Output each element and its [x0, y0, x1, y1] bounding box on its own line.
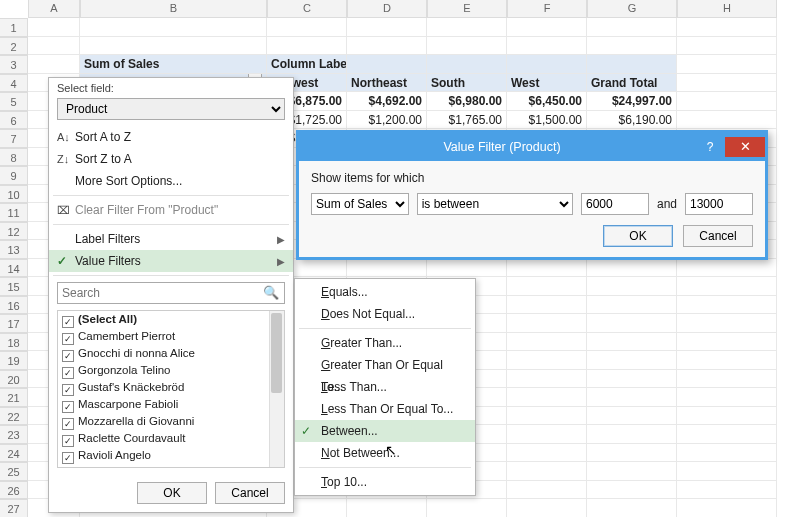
filter-value-2[interactable]: [685, 193, 753, 215]
checkbox-icon[interactable]: ✓: [62, 316, 74, 328]
row-header[interactable]: 8: [0, 148, 28, 167]
row-header[interactable]: 24: [0, 444, 28, 463]
cell[interactable]: $6,190.00: [587, 111, 677, 130]
cell[interactable]: [587, 18, 677, 37]
cell[interactable]: [347, 18, 427, 37]
cell[interactable]: [587, 481, 677, 500]
col-header[interactable]: E: [427, 0, 507, 18]
col-header[interactable]: B: [80, 0, 267, 18]
cell[interactable]: West: [507, 74, 587, 93]
cell[interactable]: [677, 37, 777, 56]
cell[interactable]: [427, 55, 507, 74]
filter-list-item[interactable]: ✓Singaporean Hokkien Fried Mee: [58, 464, 284, 468]
row-header[interactable]: 22: [0, 407, 28, 426]
cell[interactable]: [507, 388, 587, 407]
cell[interactable]: $4,692.00: [347, 92, 427, 111]
row-header[interactable]: 21: [0, 388, 28, 407]
cell[interactable]: [587, 37, 677, 56]
filter-list-item[interactable]: ✓Ravioli Angelo: [58, 447, 284, 464]
more-sort-options[interactable]: More Sort Options...: [49, 170, 293, 192]
row-header[interactable]: 27: [0, 499, 28, 517]
cell[interactable]: [677, 277, 777, 296]
cell[interactable]: [677, 111, 777, 130]
cell[interactable]: [677, 351, 777, 370]
cell[interactable]: [347, 259, 427, 278]
cell[interactable]: [677, 444, 777, 463]
filter-items-list[interactable]: ✓(Select All)✓Camembert Pierrot✓Gnocchi …: [57, 310, 285, 468]
cell[interactable]: [507, 296, 587, 315]
submenu-item[interactable]: ✓Between...: [295, 420, 475, 442]
row-header[interactable]: 6: [0, 111, 28, 130]
row-header[interactable]: 7: [0, 129, 28, 148]
cell[interactable]: $6,450.00: [507, 92, 587, 111]
col-header[interactable]: D: [347, 0, 427, 18]
checkbox-icon[interactable]: ✓: [62, 367, 74, 379]
filter-list-item[interactable]: ✓Gorgonzola Telino: [58, 362, 284, 379]
cell[interactable]: $1,500.00: [507, 111, 587, 130]
dialog-cancel-button[interactable]: Cancel: [683, 225, 753, 247]
cell[interactable]: [507, 259, 587, 278]
cell[interactable]: [587, 370, 677, 389]
cell[interactable]: [507, 499, 587, 517]
cell[interactable]: [507, 407, 587, 426]
checkbox-icon[interactable]: ✓: [62, 435, 74, 447]
row-header[interactable]: 16: [0, 296, 28, 315]
cell[interactable]: [507, 444, 587, 463]
filter-cancel-button[interactable]: Cancel: [215, 482, 285, 504]
checkbox-icon[interactable]: ✓: [62, 418, 74, 430]
submenu-item[interactable]: Top 10...: [295, 471, 475, 493]
row-header[interactable]: 5: [0, 92, 28, 111]
cell[interactable]: [507, 370, 587, 389]
cell[interactable]: [507, 333, 587, 352]
col-header[interactable]: C: [267, 0, 347, 18]
cell[interactable]: [80, 18, 267, 37]
cell[interactable]: [427, 37, 507, 56]
filter-value-1[interactable]: [581, 193, 649, 215]
cell[interactable]: $24,997.00: [587, 92, 677, 111]
close-button[interactable]: ✕: [725, 137, 765, 157]
cell[interactable]: [507, 37, 587, 56]
cell[interactable]: [677, 296, 777, 315]
cell[interactable]: [587, 333, 677, 352]
row-header[interactable]: 19: [0, 351, 28, 370]
cell[interactable]: [28, 18, 80, 37]
value-filters[interactable]: ✓Value Filters▶: [49, 250, 293, 272]
filter-list-item[interactable]: ✓Mascarpone Fabioli: [58, 396, 284, 413]
row-header[interactable]: 3: [0, 55, 28, 74]
cell[interactable]: [427, 18, 507, 37]
row-header[interactable]: 10: [0, 185, 28, 204]
checkbox-icon[interactable]: ✓: [62, 333, 74, 345]
cell[interactable]: [587, 407, 677, 426]
row-header[interactable]: 4: [0, 74, 28, 93]
cell[interactable]: [507, 314, 587, 333]
cell[interactable]: [427, 499, 507, 517]
cell[interactable]: [677, 370, 777, 389]
cell[interactable]: [267, 18, 347, 37]
submenu-item[interactable]: Does Not Equal...: [295, 303, 475, 325]
filter-list-item[interactable]: ✓Camembert Pierrot: [58, 328, 284, 345]
row-header[interactable]: 18: [0, 333, 28, 352]
scrollbar[interactable]: [269, 311, 284, 467]
help-button[interactable]: ?: [697, 137, 723, 157]
row-header[interactable]: 26: [0, 481, 28, 500]
cell[interactable]: [267, 37, 347, 56]
row-header[interactable]: 9: [0, 166, 28, 185]
checkbox-icon[interactable]: ✓: [62, 384, 74, 396]
cell[interactable]: [677, 314, 777, 333]
row-header[interactable]: 12: [0, 222, 28, 241]
cell[interactable]: [677, 55, 777, 74]
checkbox-icon[interactable]: ✓: [62, 401, 74, 413]
cell[interactable]: [587, 314, 677, 333]
cell[interactable]: $1,765.00: [427, 111, 507, 130]
cell[interactable]: [587, 259, 677, 278]
cell[interactable]: [677, 259, 777, 278]
row-header[interactable]: 15: [0, 277, 28, 296]
row-header[interactable]: 2: [0, 37, 28, 56]
cell[interactable]: $1,200.00: [347, 111, 427, 130]
cell[interactable]: [507, 425, 587, 444]
cell[interactable]: [677, 92, 777, 111]
sort-a-to-z[interactable]: A↓Sort A to Z: [49, 126, 293, 148]
filter-list-item[interactable]: ✓Mozzarella di Giovanni: [58, 413, 284, 430]
filter-op-select[interactable]: is between: [417, 193, 573, 215]
cell[interactable]: [507, 18, 587, 37]
